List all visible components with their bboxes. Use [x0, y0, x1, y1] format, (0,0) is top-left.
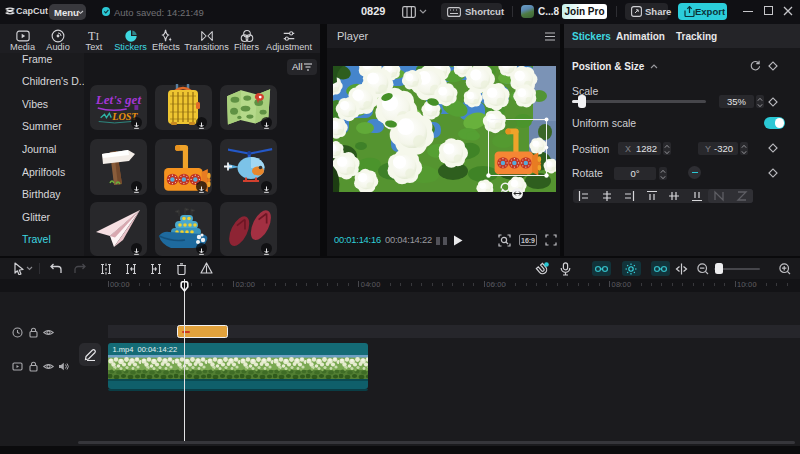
svg-text:I: I	[96, 31, 99, 42]
svg-text:Let's get: Let's get	[95, 92, 142, 107]
svg-text:T: T	[88, 29, 96, 43]
